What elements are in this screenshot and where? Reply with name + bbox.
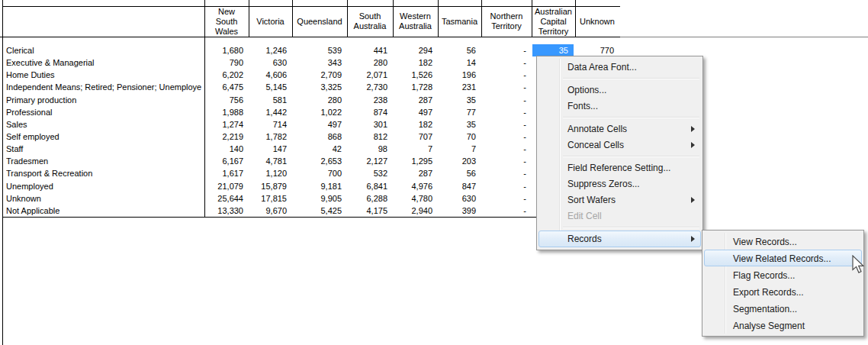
data-cell[interactable]: 294	[393, 44, 432, 56]
data-cell[interactable]: 14	[438, 56, 476, 69]
data-cell[interactable]: -	[481, 118, 526, 131]
data-cell[interactable]: 399	[438, 205, 476, 217]
data-cell[interactable]: 147	[249, 143, 287, 155]
data-cell[interactable]: -	[481, 192, 526, 205]
menu-item-view-related-records[interactable]: View Related Records...	[704, 250, 862, 266]
row-header[interactable]: Executive & Managerial	[6, 56, 201, 69]
data-cell[interactable]: 231	[438, 81, 476, 93]
data-cell[interactable]: 9,181	[292, 180, 342, 192]
data-cell[interactable]: 868	[292, 131, 342, 143]
data-cell[interactable]: 4,780	[393, 192, 432, 205]
data-cell[interactable]: 3,325	[292, 81, 342, 93]
data-cell[interactable]: -	[481, 155, 526, 167]
column-header[interactable]: Queensland	[293, 7, 346, 36]
data-cell[interactable]: 9,670	[249, 205, 287, 217]
data-cell[interactable]: 539	[292, 44, 342, 56]
data-cell[interactable]: 714	[249, 118, 287, 131]
data-cell[interactable]: 770	[575, 44, 614, 56]
column-header[interactable]: South Australia	[348, 7, 392, 36]
data-cell[interactable]: -	[481, 56, 526, 69]
data-cell[interactable]: 7	[438, 143, 476, 155]
data-cell[interactable]: -	[481, 44, 526, 56]
data-cell[interactable]: 280	[292, 94, 342, 106]
data-cell[interactable]: 2,071	[347, 69, 387, 81]
data-cell[interactable]: 6,475	[204, 81, 243, 93]
data-cell[interactable]: 6,167	[204, 155, 243, 167]
data-cell[interactable]: 6,288	[347, 192, 387, 205]
data-cell[interactable]: 756	[204, 94, 243, 106]
data-cell[interactable]: 4,781	[249, 155, 287, 167]
data-cell[interactable]: 238	[347, 94, 387, 106]
data-cell[interactable]: -	[481, 106, 526, 118]
data-cell[interactable]: 1,442	[249, 106, 287, 118]
data-cell[interactable]: 21,079	[204, 180, 243, 192]
menu-item-view-records[interactable]: View Records...	[704, 233, 862, 250]
data-cell[interactable]: 42	[292, 143, 342, 155]
data-cell[interactable]: 56	[438, 167, 476, 179]
menu-item-annotate-cells[interactable]: Annotate Cells	[538, 121, 701, 137]
data-cell[interactable]: -	[481, 69, 526, 81]
data-cell[interactable]: 140	[204, 143, 243, 155]
selected-cell[interactable]: 35	[532, 44, 574, 56]
data-cell[interactable]: -	[481, 94, 526, 106]
data-cell[interactable]: 707	[393, 131, 432, 143]
data-cell[interactable]: 1,617	[204, 167, 243, 179]
column-header[interactable]: Northern Territory	[482, 7, 531, 36]
data-cell[interactable]: 6,202	[204, 69, 243, 81]
data-cell[interactable]: 203	[438, 155, 476, 167]
data-cell[interactable]: 343	[292, 56, 342, 69]
data-cell[interactable]: 2,940	[393, 205, 432, 217]
menu-item-export-records[interactable]: Export Records...	[704, 283, 862, 300]
data-cell[interactable]: 17,815	[249, 192, 287, 205]
data-cell[interactable]: 2,709	[292, 69, 342, 81]
data-cell[interactable]: 1,782	[249, 131, 287, 143]
data-cell[interactable]: 812	[347, 131, 387, 143]
row-header[interactable]: Clerical	[6, 44, 201, 56]
data-cell[interactable]: -	[481, 167, 526, 179]
data-cell[interactable]: 301	[347, 118, 387, 131]
data-cell[interactable]: 1,295	[393, 155, 432, 167]
data-cell[interactable]: 7	[393, 143, 432, 155]
data-cell[interactable]: -	[481, 205, 526, 217]
row-header[interactable]: Unknown	[6, 192, 201, 205]
data-cell[interactable]: -	[481, 143, 526, 155]
data-cell[interactable]: 70	[438, 131, 476, 143]
data-cell[interactable]: 1,246	[249, 44, 287, 56]
column-header[interactable]: Unknown	[576, 7, 619, 36]
column-header[interactable]: New South Wales	[205, 7, 248, 36]
data-cell[interactable]: 700	[292, 167, 342, 179]
data-cell[interactable]: 790	[204, 56, 243, 69]
data-cell[interactable]: 2,653	[292, 155, 342, 167]
menu-item-segmentation[interactable]: Segmentation...	[704, 300, 862, 317]
data-cell[interactable]: 1,526	[393, 69, 432, 81]
row-header[interactable]: Transport & Recreation	[6, 167, 201, 179]
data-cell[interactable]: 1,988	[204, 106, 243, 118]
menu-item-field-reference-setting[interactable]: Field Reference Setting...	[538, 160, 701, 176]
data-cell[interactable]: 4,606	[249, 69, 287, 81]
row-header[interactable]: Staff	[6, 143, 201, 155]
data-cell[interactable]: -	[481, 81, 526, 93]
data-cell[interactable]: 847	[438, 180, 476, 192]
data-cell[interactable]: -	[481, 131, 526, 143]
data-cell[interactable]: 4,976	[393, 180, 432, 192]
data-cell[interactable]: 56	[438, 44, 476, 56]
data-cell[interactable]: 25,644	[204, 192, 243, 205]
row-header[interactable]: Independent Means; Retired; Pensioner; U…	[6, 81, 201, 93]
data-cell[interactable]: 35	[438, 118, 476, 131]
menu-item-flag-records[interactable]: Flag Records...	[704, 266, 862, 283]
data-cell[interactable]: 630	[438, 192, 476, 205]
data-cell[interactable]: 6,841	[347, 180, 387, 192]
data-cell[interactable]: 581	[249, 94, 287, 106]
data-cell[interactable]: 532	[347, 167, 387, 179]
row-header[interactable]: Unemployed	[6, 180, 201, 192]
data-cell[interactable]: 2,127	[347, 155, 387, 167]
data-cell[interactable]: 9,905	[292, 192, 342, 205]
menu-item-options[interactable]: Options...	[538, 82, 701, 98]
row-header[interactable]: Professional	[6, 106, 201, 118]
data-cell[interactable]: 4,175	[347, 205, 387, 217]
data-cell[interactable]: 15,879	[249, 180, 287, 192]
data-cell[interactable]: 1,274	[204, 118, 243, 131]
row-header[interactable]: Home Duties	[6, 69, 201, 81]
data-cell[interactable]: 1,680	[204, 44, 243, 56]
row-header[interactable]: Sales	[6, 118, 201, 131]
